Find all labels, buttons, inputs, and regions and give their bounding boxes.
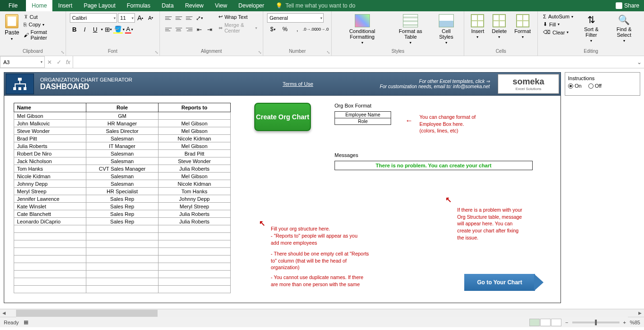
fill-button[interactable]: ⬇Fill▾ (542, 21, 575, 28)
tell-me-search[interactable]: 💡Tell me what you want to do (270, 0, 361, 11)
copy-button[interactable]: ⎘Copy▾ (22, 21, 62, 28)
table-row[interactable]: Jennifer LawrenceSales RepJohnny Depp (14, 195, 231, 203)
tab-data[interactable]: Data (156, 0, 179, 11)
tab-file[interactable]: File (0, 0, 26, 11)
table-row[interactable]: Meryl StreepHR SpecialistTom Hanks (14, 188, 231, 195)
page-break-view-button[interactable] (551, 319, 561, 326)
align-bottom-button[interactable] (184, 13, 194, 23)
bold-button[interactable]: B (70, 25, 79, 34)
font-launcher[interactable]: ⤡ (155, 50, 159, 55)
wrap-text-button[interactable]: ↩Wrap Text (217, 13, 259, 20)
align-center-button[interactable] (174, 25, 184, 34)
orientation-button[interactable]: ⤢▾ (195, 13, 204, 23)
table-row[interactable] (14, 248, 231, 256)
cell-styles-button[interactable]: Cell Styles▾ (432, 13, 460, 46)
decrease-indent-button[interactable]: ⇤ (195, 25, 204, 34)
insert-cells-button[interactable]: Insert▾ (468, 13, 487, 40)
worksheet-area[interactable]: ORGANIZATION CHART GENERATOR DASHBOARD T… (0, 68, 644, 309)
name-box[interactable]: A3 (0, 56, 45, 68)
table-row[interactable]: Robert De NiroSalesmanBrad Pitt (14, 150, 231, 157)
font-name-combo[interactable]: Calibri (70, 13, 117, 23)
insert-function-button[interactable]: fx (66, 59, 70, 66)
comma-button[interactable]: , (292, 25, 303, 34)
tab-page-layout[interactable]: Page Layout (78, 0, 121, 11)
align-left-button[interactable] (164, 25, 173, 34)
horizontal-scrollbar[interactable]: ◀ ▶ (0, 309, 644, 317)
currency-button[interactable]: $▾ (267, 25, 278, 34)
page-layout-view-button[interactable] (540, 319, 551, 326)
tab-review[interactable]: Review (179, 0, 209, 11)
number-format-combo[interactable]: General (267, 13, 324, 23)
terms-link[interactable]: Terms of Use (283, 81, 313, 87)
someka-logo[interactable]: someka Excel Solutions (498, 74, 559, 94)
border-button[interactable]: ⊞▾ (104, 25, 113, 34)
normal-view-button[interactable] (529, 319, 540, 326)
org-structure-table[interactable]: Name Role Reports to Mel GibsonGMJohn Ma… (14, 103, 231, 293)
cut-button[interactable]: ✂Cut (22, 13, 62, 20)
expand-formula-bar[interactable]: ⌄ (635, 56, 644, 68)
table-row[interactable] (14, 278, 231, 286)
table-row[interactable]: Johnny DeppSalesmanNicole Kidman (14, 180, 231, 188)
scroll-thumb[interactable] (16, 310, 158, 317)
table-row[interactable]: Nicole KidmanSalesmanMel Gibson (14, 173, 231, 180)
table-row[interactable]: Julia RobertsIT ManagerMel Gibson (14, 142, 231, 150)
underline-button[interactable]: U (91, 25, 100, 34)
tab-view[interactable]: View (209, 0, 233, 11)
paste-button[interactable]: Paste▾ (4, 13, 20, 42)
table-row[interactable] (14, 271, 231, 278)
scroll-right-button[interactable]: ▶ (636, 309, 644, 317)
table-row[interactable] (14, 263, 231, 271)
table-row[interactable] (14, 225, 231, 233)
tab-insert[interactable]: Insert (52, 0, 78, 11)
zoom-out-button[interactable]: − (565, 320, 568, 325)
align-middle-button[interactable] (174, 13, 184, 23)
zoom-slider[interactable] (572, 322, 619, 323)
formula-input[interactable] (73, 56, 635, 68)
org-box-sample[interactable]: Employee Name Role (335, 111, 391, 125)
instructions-off-radio[interactable]: Off (588, 83, 602, 89)
macro-record-icon[interactable]: ▦ (24, 319, 28, 325)
decrease-decimal-button[interactable]: .00→.0 (316, 25, 327, 34)
table-row[interactable]: Mel GibsonGM (14, 112, 231, 120)
table-row[interactable] (14, 256, 231, 263)
table-row[interactable]: Kate WinsletSales RepMeryl Streep (14, 203, 231, 210)
clear-button[interactable]: ⌫Clear▾ (542, 29, 575, 36)
format-cells-button[interactable]: Format▾ (511, 13, 534, 40)
increase-indent-button[interactable]: ⇥ (205, 25, 215, 34)
table-row[interactable]: Steve WonderSales DirectorMel Gibson (14, 127, 231, 135)
align-top-button[interactable] (164, 13, 173, 23)
share-button[interactable]: Share (616, 0, 639, 11)
table-row[interactable] (14, 240, 231, 248)
cancel-formula-button[interactable]: ✕ (47, 59, 52, 66)
table-row[interactable]: Tom HanksCVT Sales ManagerJulia Roberts (14, 165, 231, 173)
enter-formula-button[interactable]: ✓ (57, 59, 61, 66)
instructions-on-radio[interactable]: On (568, 83, 582, 89)
table-row[interactable]: Leonardo DiCaprioSales RepJulia Roberts (14, 218, 231, 225)
zoom-level[interactable]: %85 (630, 320, 640, 325)
go-to-chart-button[interactable]: Go to Your Chart (464, 274, 535, 291)
conditional-formatting-button[interactable]: Conditional Formatting▾ (335, 13, 389, 46)
font-color-button[interactable]: A▾ (125, 25, 134, 34)
clipboard-launcher[interactable]: ⤡ (61, 50, 65, 55)
zoom-in-button[interactable]: + (623, 320, 626, 325)
percent-button[interactable]: % (279, 25, 291, 34)
merge-center-button[interactable]: ⬌Merge & Center▾ (217, 22, 259, 34)
delete-cells-button[interactable]: Delete▾ (489, 13, 510, 40)
alignment-launcher[interactable]: ⤡ (258, 50, 262, 55)
table-row[interactable]: Brad PittSalesmanNicole Kidman (14, 135, 231, 142)
table-row[interactable]: John MalkovicHR ManagerMel Gibson (14, 120, 231, 127)
font-size-combo[interactable]: 11 (118, 13, 135, 23)
create-org-chart-button[interactable]: Create Org Chart (254, 103, 311, 131)
increase-font-button[interactable]: A▴ (136, 13, 145, 23)
autosum-button[interactable]: ΣAutoSum▾ (542, 13, 575, 20)
find-select-button[interactable]: 🔍Find & Select▾ (608, 13, 640, 44)
increase-decimal-button[interactable]: .0→.00 (304, 25, 315, 34)
tab-developer[interactable]: Developer (233, 0, 270, 11)
fill-color-button[interactable]: 🪣▾ (114, 25, 124, 34)
format-as-table-button[interactable]: Format as Table▾ (391, 13, 430, 46)
sort-filter-button[interactable]: ⇅Sort & Filter▾ (577, 13, 606, 44)
decrease-font-button[interactable]: A▾ (146, 13, 156, 23)
italic-button[interactable]: I (80, 25, 90, 34)
tab-formulas[interactable]: Formulas (121, 0, 156, 11)
number-launcher[interactable]: ⤡ (326, 50, 330, 55)
